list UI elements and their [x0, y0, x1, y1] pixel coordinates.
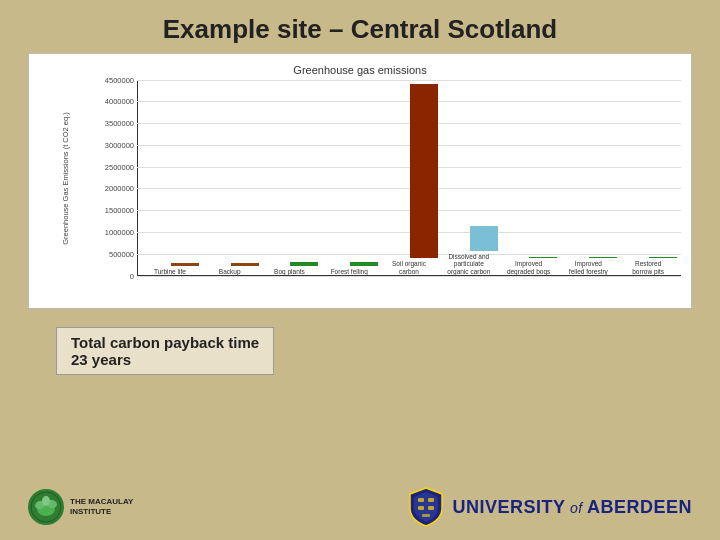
- y-tick-label: 2000000: [90, 184, 134, 193]
- aberdeen-shield-icon: [408, 486, 444, 528]
- bar-group: Soil organic carbon: [380, 84, 438, 276]
- y-tick-label: 4500000: [90, 76, 134, 85]
- page-title: Example site – Central Scotland: [0, 0, 720, 53]
- footer: THE MACAULAY INSTITUTE UNIVERSITY of ABE…: [28, 486, 692, 528]
- chart-title: Greenhouse gas emissions: [39, 64, 681, 76]
- aberdeen-text: UNIVERSITY of ABERDEEN: [452, 497, 692, 518]
- y-tick-label: 3000000: [90, 141, 134, 150]
- bar-group: Improved degraded bogs: [500, 257, 558, 276]
- bar-group: Restored borrow pits: [619, 257, 677, 276]
- bar-group: Forest felling: [320, 262, 378, 276]
- bar-label: Backup: [219, 268, 241, 276]
- y-axis-label: Greenhouse Gas Emissions (t CO2 eq.): [39, 80, 91, 276]
- bar-label: Improved degraded bogs: [507, 260, 551, 276]
- bar-label: Turbine life: [154, 268, 186, 276]
- y-tick-label: 1500000: [90, 206, 134, 215]
- bar-group: Improved felled forestry: [559, 257, 617, 276]
- svg-point-4: [42, 496, 50, 506]
- bar: [529, 257, 557, 258]
- bar: [589, 257, 617, 258]
- y-tick-label: 1000000: [90, 228, 134, 237]
- svg-rect-7: [418, 506, 424, 510]
- bar: [410, 84, 438, 258]
- aberdeen-logo: UNIVERSITY of ABERDEEN: [408, 486, 692, 528]
- chart-inner: 4500000 4000000 3500000 3000000 2500000 …: [93, 80, 681, 300]
- bar-group: Backup: [201, 263, 259, 276]
- bar-label: Forest felling: [331, 268, 368, 276]
- svg-rect-9: [422, 514, 430, 517]
- payback-section: Total carbon payback time 23 years: [28, 317, 692, 375]
- chart-container: Greenhouse gas emissions Greenhouse Gas …: [28, 53, 692, 309]
- bar: [350, 262, 378, 266]
- svg-rect-6: [428, 498, 434, 502]
- macaulay-circle: [28, 489, 64, 525]
- y-tick-label: 2500000: [90, 163, 134, 172]
- y-tick-label: 3500000: [90, 119, 134, 128]
- bar-group: Turbine life: [141, 263, 199, 276]
- bar-label: Soil organic carbon: [387, 260, 431, 276]
- bar-label: Dissolved and particulate organic carbon: [447, 253, 491, 276]
- y-tick-label: 0: [90, 272, 134, 281]
- y-tick-label: 500000: [90, 250, 134, 259]
- bar: [470, 226, 498, 251]
- payback-box: Total carbon payback time 23 years: [56, 327, 274, 375]
- bar: [171, 263, 199, 266]
- bar-group: Bog plants: [261, 262, 319, 276]
- bar-label: Bog plants: [274, 268, 305, 276]
- bar-label: Restored borrow pits: [626, 260, 670, 276]
- macaulay-text: THE MACAULAY INSTITUTE: [70, 497, 133, 518]
- payback-line2: 23 years: [71, 351, 131, 368]
- bar: [231, 263, 259, 266]
- bar: [649, 257, 677, 258]
- bars-area: Turbine lifeBackupBog plantsForest felli…: [137, 80, 681, 276]
- bar-label: Improved felled forestry: [566, 260, 610, 276]
- y-tick-label: 4000000: [90, 97, 134, 106]
- payback-line1: Total carbon payback time: [71, 334, 259, 351]
- bar-group: Dissolved and particulate organic carbon: [440, 226, 498, 276]
- macaulay-logo-icon: [30, 491, 62, 523]
- bar: [290, 262, 318, 266]
- svg-rect-8: [428, 506, 434, 510]
- svg-rect-5: [418, 498, 424, 502]
- macaulay-logo: THE MACAULAY INSTITUTE: [28, 489, 133, 525]
- chart-area: Greenhouse Gas Emissions (t CO2 eq.) 450…: [39, 80, 681, 300]
